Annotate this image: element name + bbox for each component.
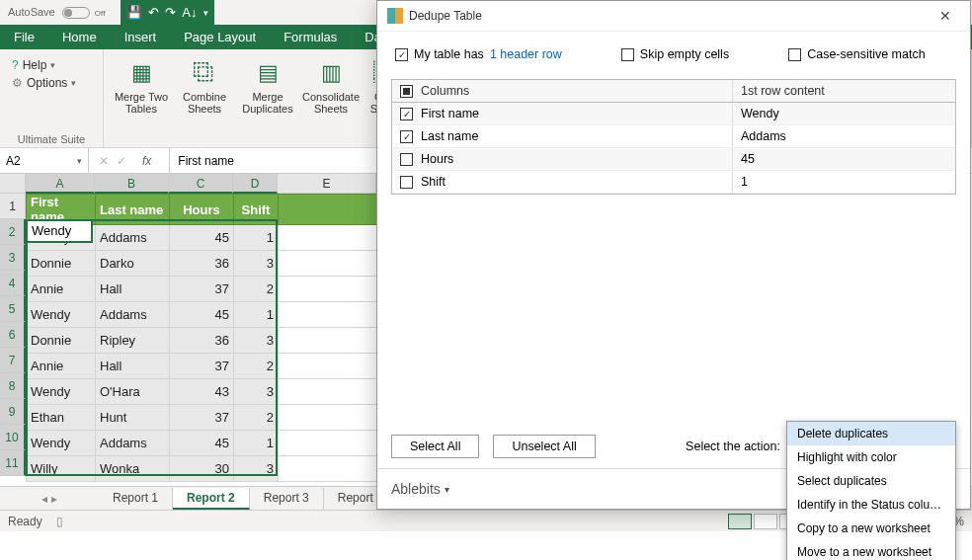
cell[interactable]: Wendy [27, 302, 96, 328]
checkbox-icon[interactable]: ✓ [400, 130, 413, 143]
cell[interactable]: Willy [27, 456, 96, 482]
column-header[interactable]: C [169, 174, 233, 194]
cell[interactable]: 3 [234, 456, 279, 482]
cell[interactable] [279, 379, 377, 405]
name-box[interactable]: A2▾ [0, 148, 89, 173]
skip-empty-checkbox[interactable]: Skip empty cells [621, 47, 729, 61]
tab-home[interactable]: Home [48, 25, 111, 49]
row-header[interactable]: 11 [0, 450, 26, 476]
checkbox-icon[interactable] [400, 176, 413, 189]
merge-two-tables-button[interactable]: ▦Merge Two Tables [112, 53, 171, 131]
dropdown-item[interactable]: Identify in the Status colu… [787, 493, 955, 517]
column-row[interactable]: Shift1 [392, 171, 955, 194]
save-icon[interactable]: 💾 [126, 5, 142, 20]
cell[interactable]: 45 [170, 302, 234, 328]
row-header[interactable]: 5 [0, 296, 26, 322]
tab-formulas[interactable]: Formulas [270, 25, 351, 49]
select-all-corner[interactable] [0, 174, 26, 194]
column-row[interactable]: ✓First nameWendy [392, 103, 955, 125]
consolidate-sheets-button[interactable]: ▥Consolidate Sheets [301, 53, 361, 131]
sheet-tab[interactable]: Report 1 [99, 488, 173, 510]
cell[interactable]: 37 [170, 405, 234, 431]
cell[interactable]: 45 [170, 225, 234, 251]
cell[interactable]: 37 [170, 354, 234, 379]
enter-formula-icon[interactable]: ✓ [117, 154, 126, 168]
options-button[interactable]: ⚙Options▾ [8, 75, 95, 91]
row-header[interactable]: 6 [0, 322, 26, 348]
page-layout-view-button[interactable] [754, 514, 777, 529]
cell[interactable]: Ethan [27, 405, 96, 431]
cell[interactable] [279, 302, 377, 328]
cell[interactable]: 3 [234, 251, 279, 277]
header-cell[interactable]: Last name [96, 195, 170, 225]
cell[interactable]: 30 [170, 456, 234, 482]
cell[interactable]: 1 [234, 431, 279, 456]
row-header[interactable]: 3 [0, 245, 26, 271]
cell[interactable]: 2 [234, 354, 279, 379]
normal-view-button[interactable] [728, 514, 752, 529]
cell[interactable]: 2 [234, 277, 279, 302]
sheet-tab[interactable]: Report 2 [173, 488, 250, 510]
cell[interactable]: Donnie [27, 328, 96, 354]
row-header[interactable]: 9 [0, 399, 26, 425]
column-row[interactable]: Hours45 [392, 148, 955, 171]
cell[interactable]: Addams [96, 225, 170, 251]
cell[interactable]: 1 [234, 225, 279, 251]
macro-record-icon[interactable]: ▯ [56, 515, 63, 528]
sort-icon[interactable]: A↓ [182, 5, 197, 20]
tri-state-checkbox[interactable] [400, 85, 413, 98]
cell[interactable]: Donnie [27, 251, 96, 277]
cell[interactable]: Hall [96, 354, 170, 379]
checkbox-icon[interactable] [400, 153, 413, 166]
redo-icon[interactable]: ↷ [165, 5, 176, 20]
select-all-button[interactable]: Select All [391, 435, 479, 458]
cell[interactable]: Darko [96, 251, 170, 277]
tab-file[interactable]: File [0, 25, 48, 49]
cell[interactable]: 43 [170, 379, 234, 405]
row-header[interactable]: 4 [0, 271, 26, 296]
cell[interactable] [279, 354, 377, 379]
chevron-down-icon[interactable]: ▾ [445, 484, 449, 495]
combine-sheets-button[interactable]: ⿻Combine Sheets [175, 53, 234, 131]
header-cell[interactable]: Hours [170, 195, 234, 225]
cell[interactable]: Ripley [96, 328, 170, 354]
cell[interactable]: 2 [234, 405, 279, 431]
cell[interactable]: Wendy [27, 379, 96, 405]
cell[interactable]: 3 [234, 328, 279, 354]
cell[interactable] [279, 431, 377, 456]
row-header[interactable]: 2 [0, 219, 26, 245]
header-cell[interactable]: First name [27, 195, 96, 225]
column-header[interactable]: E [278, 174, 376, 194]
cell[interactable]: 45 [170, 431, 234, 456]
cell[interactable] [279, 277, 377, 302]
cell[interactable]: Addams [96, 431, 170, 456]
tab-page-layout[interactable]: Page Layout [170, 25, 270, 49]
autosave-toggle[interactable] [62, 7, 90, 19]
dropdown-item[interactable]: Select duplicates [787, 469, 955, 493]
cell[interactable] [279, 251, 377, 277]
header-cell[interactable] [279, 195, 377, 225]
cell[interactable]: 1 [234, 302, 279, 328]
ablebits-label[interactable]: Ablebits [391, 481, 441, 497]
fx-icon[interactable]: fx [134, 154, 159, 168]
column-header[interactable]: D [233, 174, 278, 194]
cell[interactable] [279, 405, 377, 431]
cell[interactable]: 36 [170, 328, 234, 354]
dropdown-item[interactable]: Move to a new worksheet [787, 540, 955, 560]
cell[interactable]: O'Hara [96, 379, 170, 405]
case-sensitive-checkbox[interactable]: Case-sensitive match [788, 47, 926, 61]
cell[interactable] [279, 328, 377, 354]
cell[interactable]: Wonka [96, 456, 170, 482]
row-header[interactable]: 10 [0, 425, 26, 450]
checkbox-icon[interactable]: ✓ [400, 108, 413, 120]
cell[interactable]: Wendy [27, 431, 96, 456]
dropdown-item[interactable]: Highlight with color [787, 445, 955, 469]
cell[interactable]: Hall [96, 277, 170, 302]
column-row[interactable]: ✓Last nameAddams [392, 125, 955, 148]
cell[interactable]: 36 [170, 251, 234, 277]
tab-insert[interactable]: Insert [111, 25, 171, 49]
dropdown-item[interactable]: Delete duplicates [787, 422, 955, 445]
cell[interactable]: 37 [170, 277, 234, 302]
sheet-nav[interactable]: ◂ ▸ [0, 492, 99, 506]
cancel-formula-icon[interactable]: ✕ [99, 154, 109, 168]
